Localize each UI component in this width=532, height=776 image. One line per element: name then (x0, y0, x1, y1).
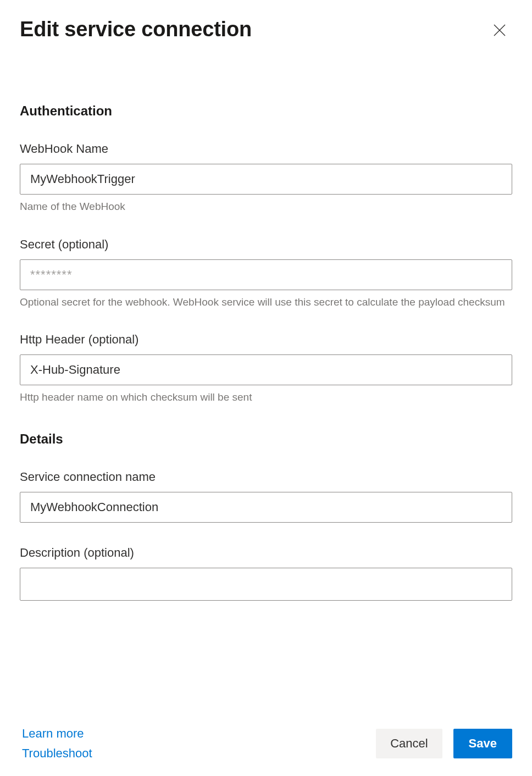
webhook-name-label: WebHook Name (20, 142, 512, 156)
description-label: Description (optional) (20, 546, 512, 560)
panel-title: Edit service connection (20, 18, 252, 41)
service-connection-name-label: Service connection name (20, 470, 512, 484)
webhook-name-helper: Name of the WebHook (20, 199, 512, 214)
service-connection-name-group: Service connection name (20, 470, 512, 523)
close-icon (491, 32, 508, 40)
panel-content: Authentication WebHook Name Name of the … (20, 103, 512, 776)
http-header-helper: Http header name on which checksum will … (20, 390, 512, 405)
http-header-label: Http Header (optional) (20, 332, 512, 347)
http-header-group: Http Header (optional) Http header name … (20, 332, 512, 405)
service-connection-name-input[interactable] (20, 492, 512, 523)
secret-input[interactable] (20, 259, 512, 290)
details-heading: Details (20, 431, 512, 447)
description-input[interactable] (20, 568, 512, 601)
authentication-heading: Authentication (20, 103, 512, 119)
panel-header: Edit service connection (20, 18, 512, 43)
footer-links: Learn more Troubleshoot (22, 727, 92, 761)
description-group: Description (optional) (20, 546, 512, 603)
webhook-name-input[interactable] (20, 164, 512, 195)
http-header-input[interactable] (20, 354, 512, 385)
learn-more-link[interactable]: Learn more (22, 727, 92, 741)
cancel-button[interactable]: Cancel (376, 729, 442, 758)
close-button[interactable] (487, 18, 512, 43)
save-button[interactable]: Save (453, 729, 512, 758)
troubleshoot-link[interactable]: Troubleshoot (22, 746, 92, 761)
secret-group: Secret (optional) Optional secret for th… (20, 237, 512, 310)
webhook-name-group: WebHook Name Name of the WebHook (20, 142, 512, 214)
secret-helper: Optional secret for the webhook. WebHook… (20, 295, 512, 310)
secret-label: Secret (optional) (20, 237, 512, 252)
panel-footer: Learn more Troubleshoot Cancel Save (0, 717, 532, 776)
footer-actions: Cancel Save (376, 729, 512, 758)
edit-service-connection-panel: Edit service connection Authentication W… (0, 0, 532, 776)
